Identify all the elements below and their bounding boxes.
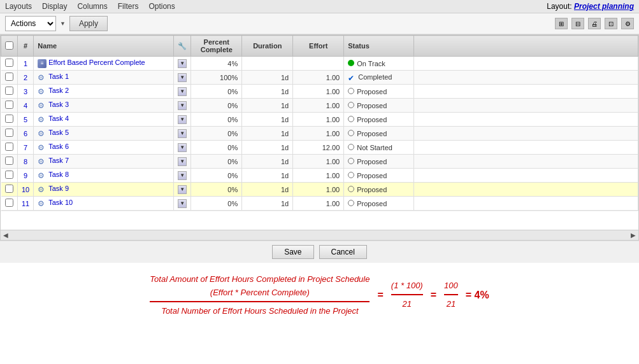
row-dropdown-cell: ▼ <box>174 57 191 71</box>
menu-columns[interactable]: Columns <box>77 2 107 11</box>
row-extra <box>414 99 638 113</box>
export-icon[interactable]: ⊡ <box>605 18 617 29</box>
row-effort: 1.00 <box>293 85 344 99</box>
table-row: 11⚙Task 10▼0%1d1.00Proposed <box>1 197 638 211</box>
row-dropdown-cell: ▼ <box>174 127 191 141</box>
row-dropdown-button[interactable]: ▼ <box>178 171 187 180</box>
status-dot-empty <box>348 116 354 122</box>
row-number: 11 <box>18 197 34 211</box>
status-dot-empty <box>348 158 354 164</box>
toolbar-left: Actions ▼ Apply <box>5 16 108 31</box>
task-name-link[interactable]: Task 8 <box>48 171 69 178</box>
task-icon: ⚙ <box>38 115 47 124</box>
row-checkbox[interactable] <box>5 129 13 137</box>
row-checkbox[interactable] <box>5 199 13 207</box>
row-dropdown-button[interactable]: ▼ <box>178 185 187 194</box>
row-duration: 1d <box>242 71 293 85</box>
status-dot-empty <box>348 102 354 108</box>
header-extra <box>414 36 638 57</box>
task-name-link[interactable]: Task 9 <box>48 185 69 192</box>
row-checkbox[interactable] <box>5 59 13 67</box>
cancel-button[interactable]: Cancel <box>319 245 367 259</box>
row-checkbox[interactable] <box>5 157 13 165</box>
formula-section: Total Amount of Effort Hours Completed i… <box>0 263 639 328</box>
row-checkbox[interactable] <box>5 115 13 123</box>
row-number: 7 <box>18 141 34 155</box>
status-badge: Not Started <box>357 144 392 151</box>
row-effort: 12.00 <box>293 141 344 155</box>
numerator-line1: Total Amount of Effort Hours Completed i… <box>150 273 370 286</box>
row-name-cell: ⚙Task 4 <box>34 113 174 127</box>
split-icon[interactable]: ⊟ <box>571 18 584 29</box>
task-name-link[interactable]: Task 7 <box>48 157 69 164</box>
row-duration: 1d <box>242 127 293 141</box>
formula-line: Total Amount of Effort Hours Completed i… <box>13 273 626 318</box>
row-number: 9 <box>18 169 34 183</box>
task-name-link[interactable]: Task 6 <box>48 143 69 150</box>
row-dropdown-button[interactable]: ▼ <box>178 115 187 124</box>
layout-link[interactable]: Project planning <box>574 2 634 11</box>
select-all-checkbox[interactable] <box>5 41 13 50</box>
row-checkbox[interactable] <box>5 185 13 193</box>
row-dropdown-button[interactable]: ▼ <box>178 101 187 110</box>
row-dropdown-cell: ▼ <box>174 141 191 155</box>
row-percent: 0% <box>191 127 242 141</box>
row-checkbox-cell <box>1 85 18 99</box>
row-dropdown-button[interactable]: ▼ <box>178 199 187 208</box>
row-dropdown-button[interactable]: ▼ <box>178 157 187 166</box>
row-percent: 0% <box>191 169 242 183</box>
table-row: 5⚙Task 4▼0%1d1.00Proposed <box>1 113 638 127</box>
menu-filters[interactable]: Filters <box>118 2 139 11</box>
actions-select[interactable]: Actions <box>5 16 56 31</box>
status-badge: Proposed <box>357 102 387 109</box>
task-name-link[interactable]: Task 4 <box>48 115 69 122</box>
menu-options[interactable]: Options <box>148 2 175 11</box>
task-icon: ⚙ <box>38 73 47 82</box>
row-dropdown-button[interactable]: ▼ <box>178 143 187 152</box>
task-name-link[interactable]: Task 5 <box>48 129 69 136</box>
row-checkbox[interactable] <box>5 171 13 179</box>
scroll-right-arrow[interactable]: ▶ <box>631 232 636 239</box>
row-extra <box>414 71 638 85</box>
row-status: Not Started <box>344 141 414 155</box>
task-name-link[interactable]: Task 2 <box>48 87 69 94</box>
save-button[interactable]: Save <box>272 245 313 259</box>
menu-layouts[interactable]: Layouts <box>5 2 32 11</box>
row-checkbox[interactable] <box>5 73 13 81</box>
menu-display[interactable]: Display <box>42 2 67 11</box>
task-name-link[interactable]: Task 10 <box>48 199 73 206</box>
bottom-bar: Save Cancel <box>0 241 639 263</box>
apply-button[interactable]: Apply <box>69 16 108 31</box>
status-dot-empty <box>348 186 354 192</box>
wrench-icon: 🔧 <box>178 42 187 50</box>
row-dropdown-button[interactable]: ▼ <box>178 73 187 82</box>
row-name-cell: ⚙Task 8 <box>34 169 174 183</box>
row-number: 4 <box>18 99 34 113</box>
row-extra <box>414 183 638 197</box>
row-dropdown-button[interactable]: ▼ <box>178 87 187 96</box>
row-checkbox-cell <box>1 141 18 155</box>
task-name-link[interactable]: Effort Based Percent Complete <box>48 59 145 66</box>
row-checkbox[interactable] <box>5 101 13 109</box>
status-dot-empty <box>348 130 354 136</box>
row-status: On Track <box>344 57 414 71</box>
settings-icon[interactable]: ⚙ <box>621 18 634 29</box>
horizontal-scrollbar[interactable]: ◀ ▶ <box>1 230 638 240</box>
task-name-link[interactable]: Task 1 <box>48 73 69 80</box>
row-checkbox[interactable] <box>5 87 13 95</box>
status-badge: Proposed <box>357 158 387 165</box>
status-dot-empty <box>348 88 354 94</box>
scroll-left-arrow[interactable]: ◀ <box>3 232 8 239</box>
row-checkbox[interactable] <box>5 143 13 151</box>
table-row: 3⚙Task 2▼0%1d1.00Proposed <box>1 85 638 99</box>
row-dropdown-button[interactable]: ▼ <box>178 129 187 138</box>
row-effort: 1.00 <box>293 155 344 169</box>
row-dropdown-button[interactable]: ▼ <box>178 59 187 68</box>
print-icon[interactable]: 🖨 <box>588 18 601 29</box>
actions-dropdown-arrow: ▼ <box>60 20 66 27</box>
grid-icon[interactable]: ⊞ <box>555 18 568 29</box>
calc-den-1: 21 <box>403 297 412 311</box>
task-name-link[interactable]: Task 3 <box>48 101 69 108</box>
table-row: 7⚙Task 6▼0%1d12.00Not Started <box>1 141 638 155</box>
row-percent: 0% <box>191 183 242 197</box>
